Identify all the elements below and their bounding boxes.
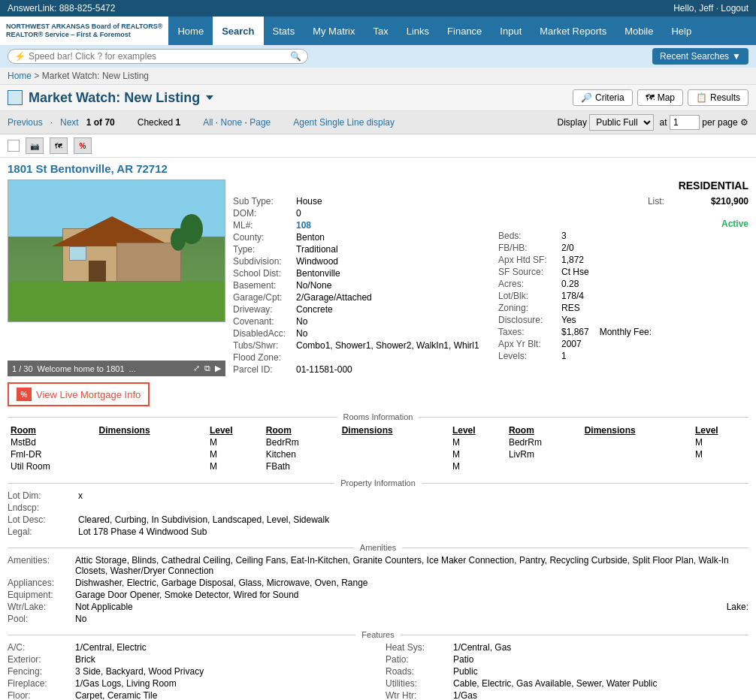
results-icon: 📋 bbox=[696, 92, 707, 103]
col-dim3: Dimensions bbox=[582, 424, 692, 436]
photo-icon-btn[interactable]: 📷 bbox=[26, 137, 44, 154]
image-dots: ... bbox=[129, 364, 136, 373]
triangle-down-icon[interactable] bbox=[206, 95, 213, 100]
recent-searches-label: Recent Searches bbox=[660, 51, 729, 62]
position-text: 1 of 70 bbox=[86, 117, 115, 128]
property-info-section: Lot Dim: x Lndscp: Lot Desc: Cleared, Cu… bbox=[8, 490, 748, 537]
display-select[interactable]: Public Full bbox=[589, 114, 654, 131]
nav-mobile[interactable]: Mobile bbox=[615, 17, 662, 45]
col-dim2: Dimensions bbox=[339, 424, 449, 436]
greeting-text: Hello, Jeff · Logout bbox=[673, 3, 748, 14]
property-image-container: 1 / 30 Welcome home to 1801 ... ⤢ ⧉ ▶ bbox=[8, 180, 225, 376]
breadcrumb-sep: > bbox=[34, 71, 39, 81]
percent-icon-btn[interactable]: % bbox=[74, 137, 92, 154]
next-link[interactable]: Next bbox=[60, 117, 79, 128]
rooms-table: Room Dimensions Level Room Dimensions Le… bbox=[8, 424, 748, 472]
col-room1: Room bbox=[8, 424, 96, 436]
col-room3: Room bbox=[506, 424, 582, 436]
features-section: A/C: 1/Central, Electric Exterior: Brick… bbox=[8, 642, 748, 700]
select-all-checkbox[interactable] bbox=[8, 140, 20, 152]
nav-marketreports[interactable]: Market Reports bbox=[531, 17, 615, 45]
nav-help[interactable]: Help bbox=[662, 17, 700, 45]
image-counter: 1 / 30 bbox=[12, 364, 33, 373]
page-header-buttons: 🔎 Criteria 🗺 Map 📋 Results bbox=[573, 89, 748, 106]
rooms-section-divider: Rooms Information bbox=[8, 412, 748, 421]
features-divider: Features bbox=[8, 630, 748, 639]
search-input[interactable] bbox=[29, 51, 290, 62]
recent-searches-button[interactable]: Recent Searches ▼ bbox=[652, 48, 748, 65]
nav-stats[interactable]: Stats bbox=[264, 17, 304, 45]
map-icon: 🗺 bbox=[646, 92, 655, 103]
image-nav: 1 / 30 Welcome home to 1801 ... ⤢ ⧉ ▶ bbox=[8, 361, 225, 376]
search-bar[interactable]: ⚡ 🔍 bbox=[8, 49, 308, 64]
page-title: Market Watch: New Listing bbox=[29, 90, 200, 106]
page-title-group: Market Watch: New Listing bbox=[8, 90, 213, 106]
next-image-icon[interactable]: ▶ bbox=[215, 364, 221, 373]
nav-search[interactable]: Search bbox=[213, 17, 263, 45]
rooms-section-label: Rooms Information bbox=[343, 412, 413, 421]
amenities-section: Amenities: Attic Storage, Blinds, Cathed… bbox=[8, 555, 748, 624]
map-button[interactable]: 🗺 Map bbox=[637, 89, 683, 106]
table-row: MstBdM BedrRmM BedrRmM bbox=[8, 436, 748, 448]
nav-logo: NORTHWEST ARKANSAS Board of REALTORS® RE… bbox=[0, 17, 168, 45]
copy-icon[interactable]: ⧉ bbox=[204, 364, 210, 373]
property-info-label: Property Information bbox=[340, 478, 416, 487]
property-section: 1 / 30 Welcome home to 1801 ... ⤢ ⧉ ▶ RE… bbox=[8, 180, 748, 376]
results-button[interactable]: 📋 Results bbox=[688, 89, 748, 106]
features-label: Features bbox=[361, 630, 394, 639]
col-room2: Room bbox=[263, 424, 339, 436]
table-row: Util RoomM FBathM bbox=[8, 460, 748, 472]
breadcrumb: Home > Market Watch: New Listing bbox=[0, 68, 756, 85]
breadcrumb-current: Market Watch: New Listing bbox=[42, 71, 149, 81]
col-lvl1: Level bbox=[207, 424, 263, 436]
criteria-icon: 🔎 bbox=[581, 92, 592, 103]
toolbar: Previous · Next 1 of 70 Checked 1 All · … bbox=[0, 111, 756, 134]
breadcrumb-home[interactable]: Home bbox=[8, 71, 32, 81]
top-bar: AnswerLink: 888-825-5472 Hello, Jeff · L… bbox=[0, 0, 756, 17]
logo-text: NORTHWEST ARKANSAS Board of REALTORS® RE… bbox=[6, 23, 162, 39]
settings-icon[interactable]: ⚙ bbox=[740, 117, 748, 128]
col-dim1: Dimensions bbox=[96, 424, 207, 436]
amenities-label: Amenities bbox=[360, 543, 396, 552]
image-caption: Welcome home to 1801 bbox=[38, 364, 125, 373]
col-lvl3: Level bbox=[692, 424, 748, 436]
col-lvl2: Level bbox=[449, 424, 506, 436]
table-row: Fml-DRM KitchenM LivRmM bbox=[8, 448, 748, 460]
page-header: Market Watch: New Listing 🔎 Criteria 🗺 M… bbox=[0, 85, 756, 111]
mortgage-icon: % bbox=[17, 388, 32, 401]
search-icon: ⚡ bbox=[14, 51, 26, 62]
criteria-button[interactable]: 🔎 Criteria bbox=[573, 89, 633, 106]
expand-icon[interactable]: ⤢ bbox=[193, 364, 200, 373]
property-details: RESIDENTIAL Sub Type: House DOM: 0 ML#: … bbox=[233, 180, 748, 376]
nav-links[interactable]: Links bbox=[398, 17, 438, 45]
property-image[interactable] bbox=[8, 180, 225, 322]
search-bar-row: ⚡ 🔍 Recent Searches ▼ bbox=[0, 45, 756, 68]
property-type: RESIDENTIAL bbox=[233, 180, 748, 192]
main-content: 1801 St Bentonville, AR 72712 bbox=[0, 158, 756, 700]
per-page-input[interactable] bbox=[670, 115, 700, 130]
page-link[interactable]: Page bbox=[249, 117, 271, 128]
nav-tax[interactable]: Tax bbox=[364, 17, 398, 45]
none-link[interactable]: None bbox=[221, 117, 243, 128]
chevron-down-icon: ▼ bbox=[732, 51, 741, 62]
nav-bar: NORTHWEST ARKANSAS Board of REALTORS® RE… bbox=[0, 17, 756, 45]
details-grid: Sub Type: House DOM: 0 ML#: 108 County: … bbox=[233, 196, 748, 376]
answerlink-text: AnswerLink: 888-825-5472 bbox=[8, 3, 115, 14]
mortgage-label: View Live Mortgage Info bbox=[36, 389, 141, 400]
amenities-divider: Amenities bbox=[8, 543, 748, 552]
nav-input[interactable]: Input bbox=[491, 17, 531, 45]
property-info-divider: Property Information bbox=[8, 478, 748, 487]
prev-link[interactable]: Previous bbox=[8, 117, 43, 128]
nav-finance[interactable]: Finance bbox=[438, 17, 491, 45]
all-link[interactable]: All bbox=[203, 117, 213, 128]
property-address-link[interactable]: 1801 St Bentonville, AR 72712 bbox=[8, 162, 748, 175]
nav-home[interactable]: Home bbox=[168, 17, 213, 45]
icon-row: 📷 🗺 % bbox=[0, 134, 756, 158]
nav-mymatrix[interactable]: My Matrix bbox=[304, 17, 364, 45]
search-submit-icon[interactable]: 🔍 bbox=[290, 51, 301, 62]
agent-single-link[interactable]: Agent Single Line display bbox=[293, 117, 395, 128]
mortgage-button[interactable]: % View Live Mortgage Info bbox=[8, 382, 150, 406]
page-title-icon bbox=[8, 90, 23, 105]
map-icon-btn[interactable]: 🗺 bbox=[50, 137, 68, 154]
